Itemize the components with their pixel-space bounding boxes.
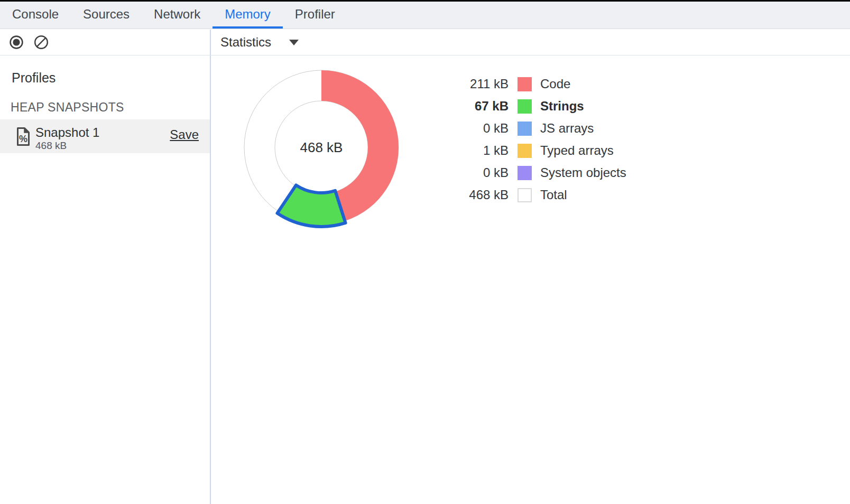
legend-label: Code [540,77,570,91]
toolbar-right-section: Statistics [211,30,850,55]
record-heap-button[interactable] [9,35,24,50]
tab-profiler[interactable]: Profiler [283,2,347,29]
legend-swatch-icon [518,99,532,114]
chart-segment-strings-selected[interactable] [277,185,345,227]
caret-down-icon [288,39,300,46]
legend-row-code[interactable]: 211 kBCode [440,77,626,91]
legend-swatch-icon [518,188,532,202]
legend-row-js-arrays[interactable]: 0 kBJS arrays [440,121,626,136]
legend-label: Typed arrays [540,143,614,158]
save-snapshot-link[interactable]: Save [170,127,199,142]
legend-swatch-icon [518,166,532,180]
snapshot-list-item[interactable]: % Snapshot 1 468 kB Save [0,119,210,153]
legend-row-typed-arrays[interactable]: 1 kBTyped arrays [440,143,626,158]
tab-sources[interactable]: Sources [71,2,142,29]
perspective-select[interactable]: Statistics [220,35,300,50]
heap-snapshots-section-title: HEAP SNAPSHOTS [11,100,124,115]
legend-label: System objects [540,165,626,180]
legend-row-strings[interactable]: 67 kBStrings [440,99,626,114]
legend-label: Total [540,188,567,202]
profiles-title: Profiles [12,70,56,86]
tab-memory[interactable]: Memory [212,2,283,29]
legend-label: JS arrays [540,121,594,136]
legend-swatch-icon [518,144,532,158]
legend-value: 0 kB [440,165,509,180]
legend-value: 1 kB [440,143,509,158]
tab-network[interactable]: Network [142,2,212,29]
legend-swatch-icon [518,77,532,91]
legend-swatch-icon [518,122,532,136]
memory-toolbar: Statistics [0,30,850,55]
legend-label: Strings [540,99,584,114]
chart-center-total-label: 468 kB [300,139,343,155]
legend-row-total[interactable]: 468 kBTotal [440,188,626,202]
profiles-sidebar: Profiles HEAP SNAPSHOTS % Snapshot 1 468… [0,55,211,504]
legend-value: 468 kB [440,188,509,202]
snapshot-name: Snapshot 1 [35,125,99,140]
legend-value: 0 kB [440,121,509,136]
clear-profiles-button[interactable] [34,35,49,50]
legend-value: 67 kB [440,99,509,114]
snapshot-size: 468 kB [35,140,67,152]
legend-row-system-objects[interactable]: 0 kBSystem objects [440,165,626,180]
record-icon [9,35,24,50]
legend-value: 211 kB [440,77,509,91]
tab-console[interactable]: Console [0,2,71,29]
svg-text:%: % [19,134,27,144]
heap-statistics-donut-chart: 468 kB [233,58,412,238]
devtools-tabbar: ConsoleSourcesNetworkMemoryProfiler [0,2,850,29]
perspective-select-label: Statistics [220,35,271,50]
heap-snapshot-file-icon: % [16,127,30,148]
toolbar-left-section [0,30,211,55]
block-clear-icon [34,35,49,50]
chart-legend: 211 kBCode67 kBStrings0 kBJS arrays1 kBT… [440,77,626,210]
